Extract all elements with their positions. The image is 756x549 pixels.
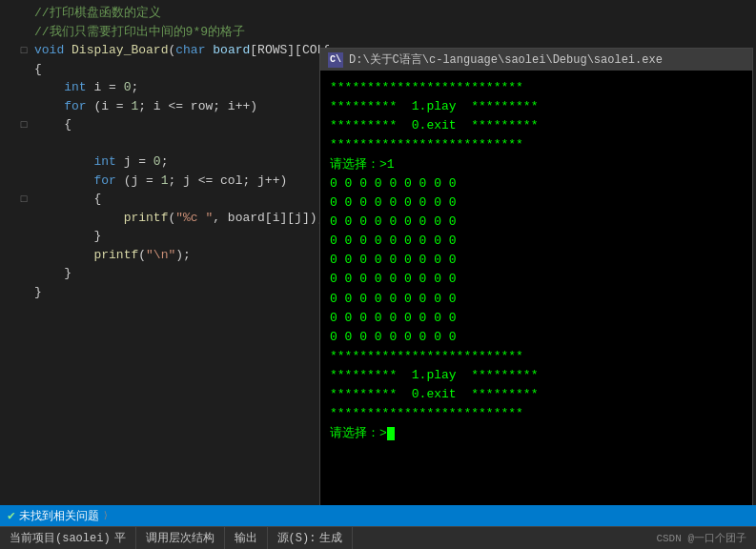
code-text: //打印棋盘函数的定义	[31, 4, 329, 23]
call-stack-label: 调用层次结构	[146, 530, 215, 546]
code-line: □ {	[0, 190, 329, 209]
code-text: {	[31, 60, 329, 79]
fold-gutter	[17, 264, 31, 266]
line-number	[0, 152, 17, 154]
code-text: printf("%c ", board[i][j]);	[31, 209, 329, 228]
line-number	[0, 115, 17, 117]
terminal-line: 0 0 0 0 0 0 0 0 0	[330, 213, 743, 232]
terminal-title: D:\关于C语言\c-language\saolei\Debug\saolei.…	[349, 51, 663, 68]
line-number	[0, 246, 17, 248]
code-line: int j = 0;	[0, 152, 329, 172]
fold-gutter: □	[17, 41, 31, 59]
fold-gutter: □	[17, 115, 31, 133]
terminal-line: 0 0 0 0 0 0 0 0 0	[330, 309, 743, 328]
fold-gutter	[17, 23, 31, 25]
line-number	[0, 209, 17, 211]
project-item[interactable]: 当前项目(saolei) 平	[0, 527, 136, 549]
expand-icon[interactable]: ⟩	[103, 510, 109, 521]
line-number	[0, 60, 17, 62]
code-line: }	[0, 283, 329, 302]
status-check-item: ✔ 未找到相关问题 ⟩	[0, 505, 116, 526]
bottom-bar: 当前项目(saolei) 平 调用层次结构 输出 源(S): 生成 CSDN @…	[0, 526, 756, 549]
code-line: //打印棋盘函数的定义	[0, 4, 329, 23]
terminal-body: ************************** ********* 1.p…	[320, 71, 752, 505]
watermark: CSDN @一口个团子	[646, 531, 756, 545]
code-text: }	[31, 227, 329, 246]
terminal-line: 0 0 0 0 0 0 0 0 0	[330, 270, 743, 289]
terminal-line: 0 0 0 0 0 0 0 0 0	[330, 174, 743, 193]
line-number	[0, 172, 17, 173]
terminal-line: **************************	[330, 347, 743, 366]
fold-gutter	[17, 97, 31, 99]
terminal-line: ********* 0.exit *********	[330, 116, 743, 135]
project-label: 当前项目(saolei)	[10, 530, 111, 546]
call-stack-item[interactable]: 调用层次结构	[136, 527, 225, 549]
code-text: //我们只需要打印出中间的9*9的格子	[31, 23, 329, 42]
fold-gutter	[17, 4, 31, 6]
fold-gutter	[17, 172, 31, 173]
terminal-prompt-line: 请选择：>	[330, 424, 743, 443]
code-text: int j = 0;	[31, 152, 329, 172]
code-text	[31, 134, 329, 153]
terminal-line: 0 0 0 0 0 0 0 0 0	[330, 193, 743, 213]
code-line: //我们只需要打印出中间的9*9的格子	[0, 23, 329, 42]
editor-area: //打印棋盘函数的定义 //我们只需要打印出中间的9*9的格子 □ void D…	[0, 0, 756, 505]
terminal-line: 0 0 0 0 0 0 0 0 0	[330, 232, 743, 251]
code-line	[0, 134, 329, 153]
code-line: printf("%c ", board[i][j]);	[0, 209, 329, 228]
code-text: for (j = 1; j <= col; j++)	[31, 172, 329, 191]
code-editor: //打印棋盘函数的定义 //我们只需要打印出中间的9*9的格子 □ void D…	[0, 0, 329, 505]
code-text: printf("\n");	[31, 246, 329, 265]
terminal-titlebar: C\ D:\关于C语言\c-language\saolei\Debug\saol…	[320, 49, 752, 71]
code-line: □ void Display_Board(char board[ROWS][CO…	[0, 41, 329, 60]
fold-gutter: □	[17, 190, 31, 208]
code-line: {	[0, 60, 329, 79]
fold-gutter	[17, 78, 31, 80]
line-number	[0, 264, 17, 266]
code-line: for (i = 1; i <= row; i++)	[0, 97, 329, 116]
code-text: }	[31, 264, 329, 283]
line-number	[0, 78, 17, 80]
code-line: }	[0, 227, 329, 246]
source-item: 源(S): 生成	[268, 527, 354, 549]
cmd-icon: C\	[328, 52, 343, 68]
terminal-line: **************************	[330, 78, 743, 97]
line-number	[0, 4, 17, 6]
terminal-line: **************************	[330, 135, 743, 154]
code-text: }	[31, 283, 329, 302]
terminal-line: ********* 1.play *********	[330, 97, 743, 116]
terminal-line: **************************	[330, 404, 743, 423]
terminal-line: 0 0 0 0 0 0 0 0 0	[330, 251, 743, 270]
output-item[interactable]: 输出	[225, 527, 268, 549]
line-number	[0, 227, 17, 229]
terminal-line: 0 0 0 0 0 0 0 0 0	[330, 328, 743, 347]
source-value: 生成	[319, 530, 342, 546]
terminal-line: ********* 0.exit *********	[330, 385, 743, 404]
code-text: {	[31, 190, 329, 209]
code-text: void Display_Board(char board[ROWS][COLS…	[31, 41, 329, 60]
fold-gutter	[17, 227, 31, 229]
fold-gutter	[17, 246, 31, 248]
line-number	[0, 283, 17, 285]
fold-gutter	[17, 152, 31, 154]
status-bar: ✔ 未找到相关问题 ⟩	[0, 505, 756, 526]
code-text: {	[31, 115, 329, 134]
line-number	[0, 97, 17, 99]
output-label: 输出	[235, 530, 257, 546]
terminal-line: 请选择：>1	[330, 155, 743, 174]
fold-gutter	[17, 283, 31, 285]
code-text: int i = 0;	[31, 78, 329, 97]
project-marker: 平	[114, 530, 126, 546]
watermark-text: CSDN @一口个团子	[656, 533, 746, 544]
terminal-window: C\ D:\关于C语言\c-language\saolei\Debug\saol…	[319, 48, 753, 505]
line-number	[0, 41, 17, 43]
terminal-line: 0 0 0 0 0 0 0 0 0	[330, 290, 743, 309]
source-label: 源(S):	[277, 530, 317, 546]
check-icon: ✔	[8, 508, 15, 523]
fold-gutter	[17, 134, 31, 136]
line-number	[0, 23, 17, 25]
fold-gutter	[17, 60, 31, 62]
status-check-label: 未找到相关问题	[19, 509, 99, 523]
fold-gutter	[17, 209, 31, 211]
line-number	[0, 190, 17, 192]
